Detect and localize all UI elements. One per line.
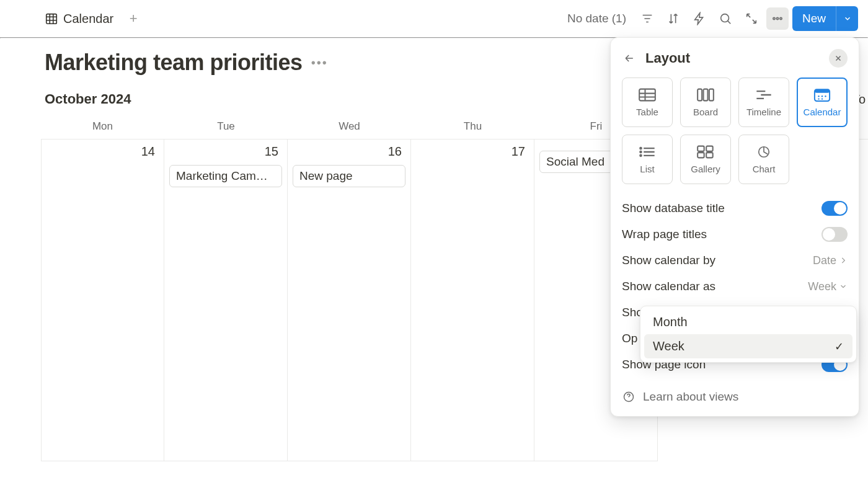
day-number: 17 [416,144,529,159]
weekday-label: Wed [288,114,411,139]
svg-rect-0 [46,14,57,24]
svg-point-16 [640,148,641,149]
search-icon[interactable] [714,7,737,30]
svg-rect-5 [639,89,655,100]
layout-option-gallery[interactable]: Gallery [680,135,731,184]
svg-point-13 [825,95,826,96]
layout-option-label: Chart [753,164,776,174]
layout-option-label: Board [693,107,718,117]
add-view-button[interactable]: + [125,10,142,27]
svg-rect-6 [698,89,702,100]
calendar-day-cell[interactable]: 17 [411,140,534,461]
popover-title: Layout [645,50,820,66]
setting-show-by[interactable]: Show calendar by Date [622,247,848,273]
layout-option-chart[interactable]: Chart [738,135,789,184]
expand-icon[interactable] [740,7,763,30]
toggle-show-db-title[interactable] [822,201,848,216]
popover-back-button[interactable] [622,51,637,66]
setting-show-as[interactable]: Show calendar as Week [622,273,848,299]
toolbar: Calendar + No date (1) New [0,0,868,37]
dropdown-item-month[interactable]: Month [644,310,852,334]
toggle-wrap-titles[interactable] [822,227,848,242]
automations-icon[interactable] [688,7,711,30]
svg-rect-19 [698,146,704,151]
svg-rect-8 [709,89,714,100]
calendar-event[interactable]: New page [293,165,405,187]
weekday-label: Thu [411,114,534,139]
view-tab-label: Calendar [63,12,113,26]
new-button-label: New [792,6,836,31]
dropdown-item-week[interactable]: Week✓ [644,334,852,358]
layout-option-list[interactable]: List [622,135,673,184]
new-button-dropdown[interactable] [836,6,858,31]
chevron-right-icon [839,256,848,265]
popover-close-button[interactable] [829,49,848,68]
setting-wrap-titles[interactable]: Wrap page titles [622,221,848,247]
calendar-grid-icon [45,12,58,25]
more-icon[interactable] [766,7,789,30]
setting-show-db-title[interactable]: Show database title [622,195,848,221]
day-number: 15 [169,144,282,159]
layout-option-label: Calendar [804,107,841,117]
sort-icon[interactable] [662,7,684,30]
svg-point-15 [822,98,823,99]
svg-point-17 [640,151,641,152]
filter-icon[interactable] [636,7,658,30]
svg-point-1 [721,14,729,22]
calendar-day-cell[interactable]: 14 [41,140,164,461]
page-more-icon[interactable]: ••• [311,56,328,70]
calendar-day-cell[interactable]: 15Marketing Cam… [164,140,288,461]
day-number: 14 [46,144,159,159]
calendar-event[interactable]: Marketing Cam… [169,165,282,187]
layout-option-label: Table [636,107,658,117]
help-icon [622,390,636,404]
month-label: October 2024 [45,91,131,107]
view-tab-calendar[interactable]: Calendar [45,12,113,26]
svg-point-3 [776,17,778,19]
svg-rect-7 [704,89,708,100]
day-number: 16 [293,144,405,159]
svg-rect-21 [698,153,704,157]
layout-option-timeline[interactable]: Timeline [738,78,789,127]
weekday-label: Mon [41,114,164,139]
no-date-filter[interactable]: No date (1) [561,9,632,28]
show-as-dropdown: MonthWeek✓ [640,306,857,363]
calendar-day-cell[interactable]: 16New page [288,140,411,461]
new-button[interactable]: New [792,6,858,31]
svg-point-4 [780,17,782,19]
svg-point-2 [773,17,775,19]
layout-option-label: Timeline [746,107,781,117]
layout-option-calendar[interactable]: Calendar [797,78,848,127]
svg-point-12 [822,95,823,96]
learn-about-views-link[interactable]: Learn about views [622,390,848,404]
svg-rect-10 [815,89,830,93]
svg-point-11 [818,95,819,96]
layout-option-label: List [640,164,654,174]
svg-point-14 [818,98,819,99]
svg-rect-20 [706,146,713,151]
chevron-down-icon [839,282,848,291]
svg-point-18 [640,154,641,156]
weekday-label: Tue [164,114,288,139]
layout-option-table[interactable]: Table [622,78,673,127]
check-icon: ✓ [835,340,844,353]
page-title: Marketing team priorities [45,50,303,76]
layout-option-board[interactable]: Board [680,78,731,127]
layout-option-label: Gallery [691,164,720,174]
svg-rect-22 [706,153,713,157]
